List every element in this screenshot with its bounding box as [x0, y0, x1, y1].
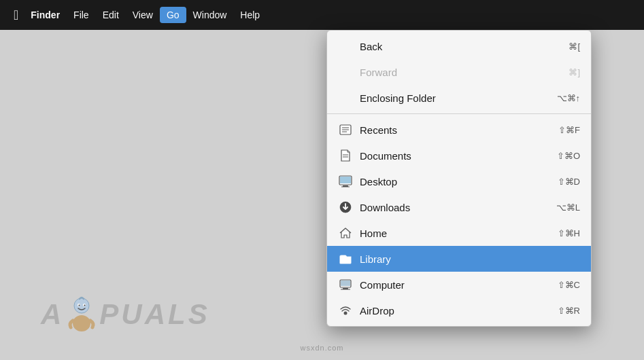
documents-shortcut: ⇧⌘O — [557, 151, 580, 161]
back-icon — [338, 39, 353, 54]
places-section: Recents ⇧⌘F Documents ⇧⌘O — [327, 114, 591, 326]
menu-bar:  Finder File Edit View Go Window Help — [0, 0, 644, 30]
go-dropdown-menu: Back ⌘[ Forward ⌘] Enclosing Folder ⌥⌘↑ — [326, 30, 592, 327]
library-menu-item[interactable]: Library — [327, 246, 591, 272]
documents-icon — [338, 148, 353, 163]
airdrop-shortcut: ⇧⌘R — [558, 306, 580, 316]
recents-label: Recents — [360, 124, 397, 136]
documents-label: Documents — [360, 150, 411, 162]
watermark-character-icon — [65, 296, 99, 333]
back-label: Back — [360, 41, 382, 52]
downloads-label: Downloads — [360, 202, 410, 213]
svg-point-3 — [79, 305, 80, 306]
downloads-menu-item[interactable]: Downloads ⌥⌘L — [327, 194, 591, 220]
enclosing-folder-menu-item[interactable]: Enclosing Folder ⌥⌘↑ — [327, 85, 591, 111]
home-shortcut: ⇧⌘H — [558, 228, 580, 238]
back-menu-item[interactable]: Back ⌘[ — [327, 33, 591, 59]
home-icon — [338, 226, 353, 240]
help-menu[interactable]: Help — [233, 7, 267, 23]
view-menu[interactable]: View — [126, 7, 160, 23]
airdrop-label: AirDrop — [360, 305, 394, 317]
downloads-shortcut: ⌥⌘L — [556, 202, 580, 213]
documents-menu-item[interactable]: Documents ⇧⌘O — [327, 143, 591, 168]
svg-point-5 — [73, 315, 90, 331]
desktop-menu-item[interactable]: Desktop ⇧⌘D — [327, 168, 591, 194]
computer-label: Computer — [360, 279, 405, 291]
back-shortcut: ⌘[ — [569, 41, 580, 52]
desktop-shortcut: ⇧⌘D — [558, 177, 580, 187]
home-label: Home — [360, 228, 387, 239]
watermark: A PUALS — [41, 296, 210, 333]
desktop-label: Desktop — [360, 176, 397, 187]
finder-menu[interactable]: Finder — [24, 7, 67, 23]
computer-icon — [338, 277, 353, 292]
svg-point-0 — [74, 298, 89, 313]
watermark-text-puals: PUALS — [99, 298, 209, 331]
downloads-icon — [338, 200, 353, 215]
file-menu[interactable]: File — [67, 7, 96, 23]
airdrop-menu-item[interactable]: AirDrop ⇧⌘R — [327, 298, 591, 323]
library-icon — [338, 251, 353, 266]
home-menu-item[interactable]: Home ⇧⌘H — [327, 220, 591, 246]
site-label: wsxdn.com — [300, 344, 343, 352]
enclosing-folder-icon — [338, 90, 353, 105]
navigation-section: Back ⌘[ Forward ⌘] Enclosing Folder ⌥⌘↑ — [327, 31, 591, 114]
airdrop-icon — [338, 303, 353, 318]
recents-icon — [338, 122, 353, 137]
computer-menu-item[interactable]: Computer ⇧⌘C — [327, 272, 591, 298]
svg-point-22 — [344, 312, 348, 315]
recents-menu-item[interactable]: Recents ⇧⌘F — [327, 117, 591, 143]
computer-shortcut: ⇧⌘C — [558, 280, 580, 290]
enclosing-folder-shortcut: ⌥⌘↑ — [557, 93, 581, 103]
svg-point-4 — [84, 305, 86, 306]
forward-icon — [338, 65, 353, 79]
forward-menu-item[interactable]: Forward ⌘] — [327, 59, 591, 85]
forward-label: Forward — [360, 67, 397, 78]
forward-shortcut: ⌘] — [569, 67, 580, 77]
library-label: Library — [360, 253, 391, 265]
window-menu[interactable]: Window — [186, 7, 234, 23]
svg-rect-19 — [341, 281, 350, 286]
enclosing-folder-label: Enclosing Folder — [360, 92, 436, 104]
svg-rect-13 — [340, 177, 351, 183]
apple-menu[interactable]:  — [8, 5, 24, 26]
watermark-text-a: A — [41, 298, 64, 331]
go-menu[interactable]: Go — [160, 7, 186, 23]
edit-menu[interactable]: Edit — [96, 7, 126, 23]
desktop-icon — [338, 174, 353, 189]
recents-shortcut: ⇧⌘F — [558, 125, 580, 135]
